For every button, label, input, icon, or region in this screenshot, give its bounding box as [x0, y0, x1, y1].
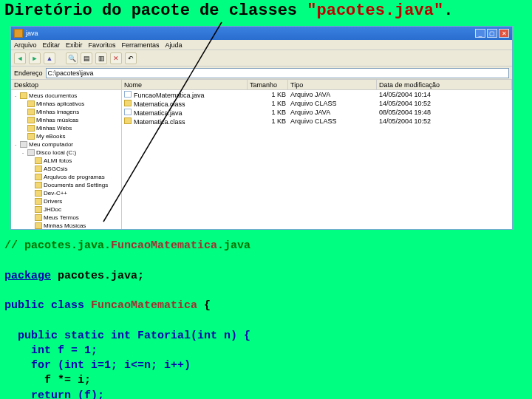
tree-node[interactable]: Minhas músicas	[13, 116, 120, 124]
address-input[interactable]	[46, 68, 509, 78]
file-row[interactable]: Matematica.java1 KBArquivo JAVA08/05/200…	[122, 108, 512, 117]
toolbar: ◄ ► ▲ 🔍 ▤ ▥ ✕ ↶	[11, 50, 512, 66]
menu-bar: Arquivo Editar Exibir Favoritos Ferramen…	[11, 40, 512, 50]
minimize-button[interactable]: _	[475, 29, 485, 38]
menu-item[interactable]: Editar	[43, 41, 61, 49]
menu-item[interactable]: Ajuda	[166, 41, 183, 49]
list-pane: Nome Tamanho Tipo Data de modificação Fu…	[122, 80, 512, 229]
maximize-button[interactable]: ▢	[487, 29, 497, 38]
tree-node[interactable]: -Meu computador	[13, 140, 120, 149]
back-button[interactable]: ◄	[14, 52, 26, 64]
explorer-window: java _ ▢ ✕ Arquivo Editar Exibir Favorit…	[10, 26, 513, 230]
menu-item[interactable]: Favoritos	[89, 41, 116, 49]
forward-button[interactable]: ►	[29, 52, 41, 64]
address-bar: Endereço	[11, 66, 512, 80]
tree-node[interactable]: ALMI fotos	[13, 157, 120, 165]
folder-icon	[14, 29, 23, 38]
close-button[interactable]: ✕	[499, 29, 509, 38]
undo-button[interactable]: ↶	[125, 52, 137, 64]
tree-node[interactable]: ASGCsis	[13, 165, 120, 173]
code-block: // pacotes.java.FuncaoMatematica.java pa…	[0, 234, 532, 399]
delete-button[interactable]: ✕	[110, 52, 122, 64]
menu-item[interactable]: Ferramentas	[122, 41, 160, 49]
file-row[interactable]: FuncaoMatematica.java1 KBArquivo JAVA14/…	[122, 90, 512, 99]
tree-node[interactable]: Dev-C++	[13, 189, 120, 197]
folders-button[interactable]: ▤	[81, 52, 92, 64]
slide-title: Diretório do pacote de classes "pacotes.…	[0, 0, 532, 21]
tree-node[interactable]: Minhas imagens	[13, 108, 120, 116]
tree-header: Desktop	[11, 80, 121, 90]
menu-item[interactable]: Arquivo	[14, 41, 37, 49]
tree-node[interactable]: Minhas Músicas	[13, 222, 120, 229]
views-button[interactable]: ▥	[95, 52, 107, 64]
tree-node[interactable]: Documents and Settings	[13, 181, 120, 189]
tree-pane: Desktop -Meus documentos Minhas aplicati…	[11, 80, 122, 229]
address-label: Endereço	[14, 69, 43, 77]
tree-node[interactable]: -Disco local (C:)	[13, 149, 120, 157]
window-titlebar[interactable]: java _ ▢ ✕	[11, 27, 512, 40]
tree-node[interactable]: Drivers	[13, 197, 120, 205]
window-title: java	[26, 30, 38, 37]
tree-node[interactable]: Meus Termos	[13, 214, 120, 222]
column-headers[interactable]: Nome Tamanho Tipo Data de modificação	[122, 80, 512, 90]
tree-node[interactable]: My eBooks	[13, 132, 120, 140]
tree-node[interactable]: Minhas aplicativos	[13, 100, 120, 108]
file-row[interactable]: Matematica.class1 KBArquivo CLASS14/05/2…	[122, 117, 512, 126]
tree-node[interactable]: Arquivos de programas	[13, 173, 120, 181]
file-row[interactable]: Matematica.class1 KBArquivo CLASS14/05/2…	[122, 99, 512, 108]
tree-node[interactable]: JHDoc	[13, 205, 120, 214]
tree-node[interactable]: -Meus documentos	[13, 92, 120, 100]
menu-item[interactable]: Exibir	[66, 41, 83, 49]
search-button[interactable]: 🔍	[66, 52, 78, 64]
up-button[interactable]: ▲	[44, 52, 55, 64]
tree-node[interactable]: Minhas Webs	[13, 124, 120, 132]
